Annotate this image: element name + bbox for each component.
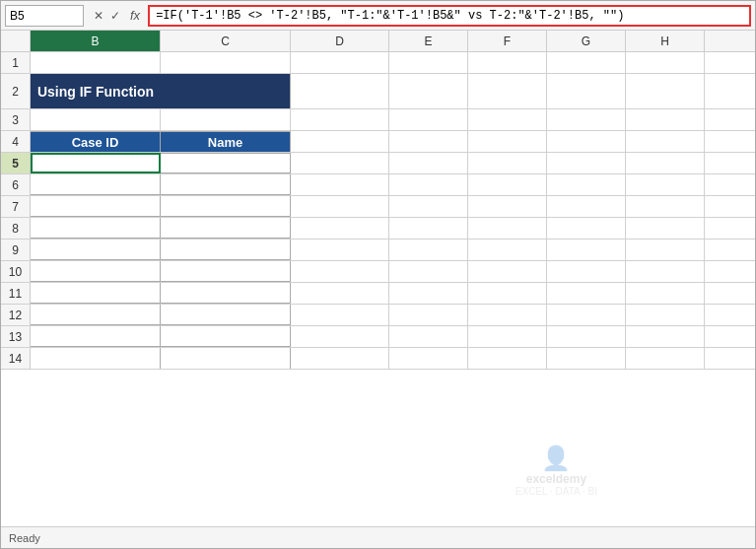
cell-b2-title[interactable]: Using IF Function xyxy=(31,74,161,108)
cell-b1[interactable] xyxy=(31,52,161,73)
cell-e3[interactable] xyxy=(389,109,468,130)
cell-b13[interactable] xyxy=(31,326,161,347)
cell-h2[interactable] xyxy=(626,74,705,108)
cell-d5[interactable] xyxy=(291,153,389,173)
col-header-e[interactable]: E xyxy=(389,31,468,51)
cell-f14[interactable] xyxy=(468,348,547,369)
cell-g5[interactable] xyxy=(547,153,626,173)
cell-h9[interactable] xyxy=(626,240,705,260)
cell-c10[interactable] xyxy=(161,261,291,282)
cell-e7[interactable] xyxy=(389,196,468,217)
cell-h6[interactable] xyxy=(626,174,705,195)
cell-h13[interactable] xyxy=(626,326,705,347)
cell-f10[interactable] xyxy=(468,261,547,282)
cell-c14[interactable] xyxy=(161,348,291,369)
cell-f1[interactable] xyxy=(468,52,547,73)
cell-g1[interactable] xyxy=(547,52,626,73)
cell-f9[interactable] xyxy=(468,240,547,260)
cell-h8[interactable] xyxy=(626,218,705,239)
name-box[interactable]: B5 xyxy=(5,5,84,27)
cell-d4[interactable] xyxy=(291,131,389,152)
cell-f2[interactable] xyxy=(468,74,547,108)
cell-c7[interactable] xyxy=(161,196,291,217)
cell-h10[interactable] xyxy=(626,261,705,282)
cell-b7[interactable] xyxy=(31,196,161,217)
cell-e4[interactable] xyxy=(389,131,468,152)
col-header-d[interactable]: D xyxy=(291,31,389,51)
cell-g2[interactable] xyxy=(547,74,626,108)
cell-d9[interactable] xyxy=(291,240,389,260)
cell-b10[interactable] xyxy=(31,261,161,282)
col-header-h[interactable]: H xyxy=(626,31,705,51)
cell-h5[interactable] xyxy=(626,153,705,173)
cell-h3[interactable] xyxy=(626,109,705,130)
cell-f13[interactable] xyxy=(468,326,547,347)
cell-g8[interactable] xyxy=(547,218,626,239)
cell-c3[interactable] xyxy=(161,109,291,130)
cell-b12[interactable] xyxy=(31,305,161,325)
cell-d14[interactable] xyxy=(291,348,389,369)
cell-c11[interactable] xyxy=(161,283,291,304)
cell-g12[interactable] xyxy=(547,305,626,325)
cell-c6[interactable] xyxy=(161,174,291,195)
cell-g7[interactable] xyxy=(547,196,626,217)
cell-g14[interactable] xyxy=(547,348,626,369)
cell-f7[interactable] xyxy=(468,196,547,217)
cell-g6[interactable] xyxy=(547,174,626,195)
formula-input[interactable]: =IF('T-1'!B5 <> 'T-2'!B5, "T-1:"&'T-1'!B… xyxy=(148,5,751,27)
cell-e1[interactable] xyxy=(389,52,468,73)
cell-c5[interactable] xyxy=(161,153,291,173)
cell-f8[interactable] xyxy=(468,218,547,239)
cell-c2[interactable] xyxy=(161,74,291,108)
cell-f3[interactable] xyxy=(468,109,547,130)
cell-e12[interactable] xyxy=(389,305,468,325)
cell-c13[interactable] xyxy=(161,326,291,347)
cell-e9[interactable] xyxy=(389,240,468,260)
cell-h14[interactable] xyxy=(626,348,705,369)
cell-b8[interactable] xyxy=(31,218,161,239)
cell-h1[interactable] xyxy=(626,52,705,73)
cell-d1[interactable] xyxy=(291,52,389,73)
cell-c8[interactable] xyxy=(161,218,291,239)
col-header-f[interactable]: F xyxy=(468,31,547,51)
cell-h11[interactable] xyxy=(626,283,705,304)
cell-h4[interactable] xyxy=(626,131,705,152)
cell-g4[interactable] xyxy=(547,131,626,152)
cell-c9[interactable] xyxy=(161,240,291,260)
cell-e5[interactable] xyxy=(389,153,468,173)
cell-d6[interactable] xyxy=(291,174,389,195)
cell-d7[interactable] xyxy=(291,196,389,217)
cell-e8[interactable] xyxy=(389,218,468,239)
cell-d3[interactable] xyxy=(291,109,389,130)
cell-b11[interactable] xyxy=(31,283,161,304)
cell-f4[interactable] xyxy=(468,131,547,152)
cell-h12[interactable] xyxy=(626,305,705,325)
cell-c12[interactable] xyxy=(161,305,291,325)
cell-d12[interactable] xyxy=(291,305,389,325)
col-header-g[interactable]: G xyxy=(547,31,626,51)
cell-b6[interactable] xyxy=(31,174,161,195)
cell-f5[interactable] xyxy=(468,153,547,173)
cell-d13[interactable] xyxy=(291,326,389,347)
cell-g9[interactable] xyxy=(547,240,626,260)
cell-e2[interactable] xyxy=(389,74,468,108)
cell-b3[interactable] xyxy=(31,109,161,130)
cell-f6[interactable] xyxy=(468,174,547,195)
cell-b5-active[interactable] xyxy=(31,153,161,173)
cell-g13[interactable] xyxy=(547,326,626,347)
cell-e13[interactable] xyxy=(389,326,468,347)
cell-d8[interactable] xyxy=(291,218,389,239)
cell-e10[interactable] xyxy=(389,261,468,282)
cell-g3[interactable] xyxy=(547,109,626,130)
cell-e11[interactable] xyxy=(389,283,468,304)
cell-h7[interactable] xyxy=(626,196,705,217)
cell-e14[interactable] xyxy=(389,348,468,369)
cell-b14[interactable] xyxy=(31,348,161,369)
col-header-b[interactable]: B xyxy=(31,31,161,51)
cell-b4-header[interactable]: Case ID xyxy=(31,131,161,152)
cell-d10[interactable] xyxy=(291,261,389,282)
cell-b9[interactable] xyxy=(31,240,161,260)
cancel-icon[interactable]: ✕ xyxy=(92,8,105,24)
cell-f12[interactable] xyxy=(468,305,547,325)
confirm-icon[interactable]: ✓ xyxy=(108,8,122,24)
